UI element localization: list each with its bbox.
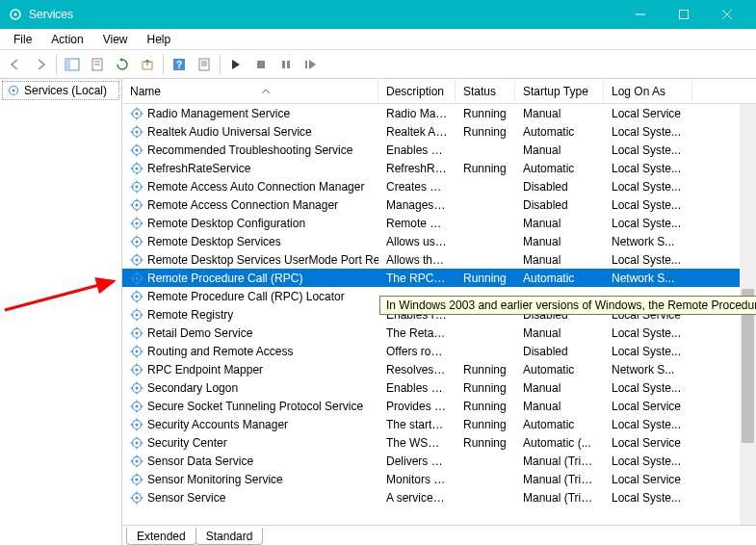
start-button[interactable] (224, 53, 248, 76)
service-row[interactable]: Sensor ServiceA service fo...Manual (Tri… (122, 488, 756, 506)
svg-point-43 (136, 167, 139, 169)
cell-name: Remote Desktop Configuration (122, 217, 378, 230)
cell-desc: Allows the r... (378, 253, 456, 267)
show-hide-tree-button[interactable] (61, 53, 84, 76)
cell-startup-type: Manual (515, 107, 604, 120)
svg-point-145 (136, 478, 139, 480)
service-row[interactable]: RPC Endpoint MapperResolves RP...Running… (122, 360, 756, 378)
col-description[interactable]: Description (378, 81, 456, 102)
service-name-text: Remote Desktop Services UserMode Port Re… (147, 253, 378, 267)
service-row[interactable]: RefreshRateServiceRefreshRate...RunningA… (122, 159, 756, 177)
svg-rect-21 (305, 61, 307, 68)
menu-view[interactable]: View (93, 31, 138, 48)
cell-name: Remote Procedure Call (RPC) Locator (122, 290, 378, 303)
service-name-text: Sensor Data Service (147, 454, 253, 468)
cell-status: Running (456, 125, 515, 139)
refresh-button[interactable] (111, 53, 134, 76)
cell-startup-type: Automatic (515, 125, 604, 139)
close-button[interactable] (705, 0, 748, 29)
service-row[interactable]: Recommended Troubleshooting ServiceEnabl… (122, 141, 756, 159)
tab-standard[interactable]: Standard (196, 528, 264, 545)
col-status[interactable]: Status (456, 81, 515, 102)
service-row[interactable]: Sensor Monitoring ServiceMonitors va...M… (122, 470, 756, 488)
cell-logon: Local Service (604, 107, 692, 120)
sort-asc-icon (261, 89, 271, 94)
service-row[interactable]: Retail Demo ServiceThe Retail D...Manual… (122, 324, 756, 342)
service-row[interactable]: Remote Procedure Call (RPC)The RPCSS s..… (122, 269, 756, 287)
tab-extended[interactable]: Extended (126, 528, 196, 545)
service-gear-icon (130, 162, 143, 175)
cell-name: Remote Registry (122, 308, 378, 322)
cell-status: Running (456, 162, 515, 175)
cell-desc: The WSCSV... (378, 436, 456, 450)
service-row[interactable]: Remote Access Auto Connection ManagerCre… (122, 177, 756, 195)
menu-file[interactable]: File (4, 31, 41, 48)
cell-name: RefreshRateService (122, 162, 378, 175)
service-row[interactable]: Routing and Remote AccessOffers routi...… (122, 342, 756, 360)
service-row[interactable]: Remote Desktop Services UserMode Port Re… (122, 250, 756, 269)
service-row[interactable]: Remote Desktop ServicesAllows user...Man… (122, 232, 756, 250)
cell-status: Running (456, 418, 515, 431)
help-button[interactable]: ? (168, 53, 191, 76)
service-name-text: RefreshRateService (147, 162, 250, 175)
stop-button[interactable] (249, 53, 273, 76)
minimize-button[interactable] (618, 0, 662, 29)
cell-name: Radio Management Service (122, 107, 378, 120)
menu-action[interactable]: Action (41, 31, 92, 48)
cell-logon: Network S... (604, 363, 692, 376)
cell-status: Running (456, 272, 515, 285)
service-gear-icon (130, 198, 143, 212)
svg-point-37 (136, 148, 139, 151)
window-title: Services (29, 8, 618, 21)
cell-desc: RefreshRate... (378, 162, 456, 175)
properties2-button[interactable] (193, 53, 216, 76)
col-name[interactable]: Name (122, 81, 378, 102)
service-gear-icon (130, 473, 143, 486)
cell-logon: Network S... (604, 235, 692, 248)
cell-startup-type: Automatic (515, 418, 604, 431)
service-row[interactable]: Remote Desktop ConfigurationRemote Des..… (122, 214, 756, 232)
maximize-button[interactable] (662, 0, 705, 29)
cell-name: Security Accounts Manager (122, 418, 378, 431)
tree-item-services-local[interactable]: Services (Local) (2, 81, 119, 100)
forward-button[interactable] (29, 53, 52, 76)
cell-desc: The Retail D... (378, 326, 456, 340)
service-row[interactable]: Security CenterThe WSCSV...RunningAutoma… (122, 433, 756, 452)
service-row[interactable]: Security Accounts ManagerThe startup ...… (122, 415, 756, 433)
svg-point-109 (136, 368, 139, 371)
service-gear-icon (130, 326, 143, 340)
export-button[interactable] (136, 53, 159, 76)
pause-button[interactable] (274, 53, 298, 76)
service-name-text: Recommended Troubleshooting Service (147, 143, 352, 157)
menubar: File Action View Help (0, 29, 756, 50)
service-row[interactable]: Remote Access Connection ManagerManages … (122, 195, 756, 214)
service-name-text: Remote Access Auto Connection Manager (147, 180, 364, 194)
back-button[interactable] (4, 53, 27, 76)
toolbar-sep (163, 55, 164, 74)
service-row[interactable]: Secondary LogonEnables star...RunningMan… (122, 378, 756, 397)
cell-startup-type: Manual (515, 400, 604, 413)
service-name-text: Remote Desktop Services (147, 235, 281, 248)
cell-logon: Local Syste... (604, 345, 692, 358)
tooltip: In Windows 2003 and earlier versions of … (379, 296, 756, 315)
service-row[interactable]: Realtek Audio Universal ServiceRealtek A… (122, 122, 756, 141)
menu-help[interactable]: Help (138, 31, 181, 48)
tab-bar: Extended Standard (122, 525, 756, 545)
cell-desc: Provides su... (378, 400, 456, 413)
restart-button[interactable] (300, 53, 323, 76)
service-row[interactable]: Sensor Data ServiceDelivers dat...Manual… (122, 452, 756, 470)
col-logon-as[interactable]: Log On As (604, 81, 692, 102)
cell-name: Remote Desktop Services (122, 235, 378, 248)
cell-name: Remote Access Auto Connection Manager (122, 180, 378, 194)
properties-button[interactable] (86, 53, 109, 76)
toolbar: ? (0, 50, 756, 79)
service-name-text: RPC Endpoint Mapper (147, 363, 263, 376)
cell-startup-type: Manual (515, 253, 604, 267)
cell-logon: Local Service (604, 436, 692, 450)
svg-point-61 (136, 221, 139, 224)
service-name-text: Sensor Service (147, 491, 225, 505)
service-row[interactable]: Radio Management ServiceRadio Mana...Run… (122, 104, 756, 122)
col-startup-type[interactable]: Startup Type (515, 81, 604, 102)
cell-startup-type: Automatic (515, 363, 604, 376)
service-row[interactable]: Secure Socket Tunneling Protocol Service… (122, 397, 756, 415)
